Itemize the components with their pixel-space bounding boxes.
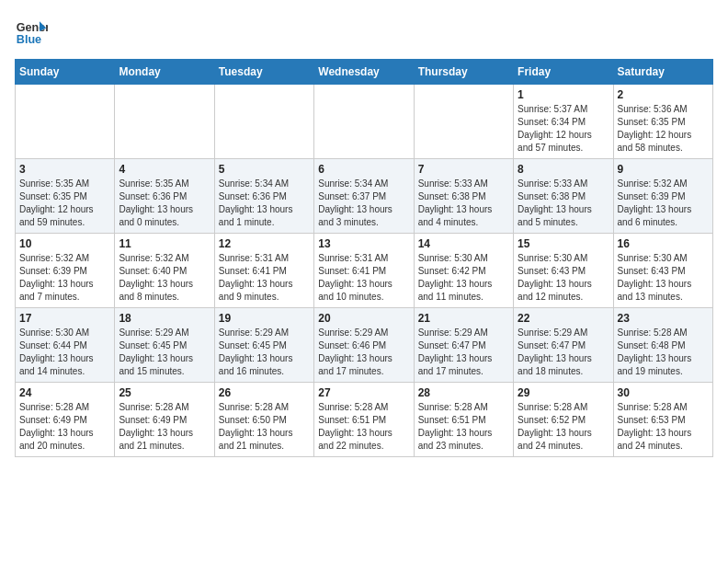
day-info: Sunrise: 5:29 AM Sunset: 6:45 PM Dayligh… [219,327,310,378]
calendar-cell: 6Sunrise: 5:34 AM Sunset: 6:37 PM Daylig… [314,159,414,234]
calendar-header: SundayMondayTuesdayWednesdayThursdayFrid… [16,60,713,85]
day-info: Sunrise: 5:29 AM Sunset: 6:47 PM Dayligh… [518,327,609,378]
day-number: 3 [19,163,110,176]
calendar-cell [214,85,313,159]
calendar-cell: 15Sunrise: 5:30 AM Sunset: 6:43 PM Dayli… [514,234,613,308]
calendar-cell: 13Sunrise: 5:31 AM Sunset: 6:41 PM Dayli… [314,234,414,308]
calendar-cell: 2Sunrise: 5:36 AM Sunset: 6:35 PM Daylig… [613,85,712,159]
col-header-thursday: Thursday [414,60,513,85]
col-header-saturday: Saturday [613,60,712,85]
day-info: Sunrise: 5:32 AM Sunset: 6:40 PM Dayligh… [119,252,210,304]
calendar-cell: 24Sunrise: 5:28 AM Sunset: 6:49 PM Dayli… [16,383,115,457]
day-number: 11 [119,237,210,250]
calendar-table: SundayMondayTuesdayWednesdayThursdayFrid… [15,59,713,457]
day-number: 29 [518,386,609,399]
col-header-monday: Monday [115,60,214,85]
day-number: 10 [19,237,110,250]
day-info: Sunrise: 5:28 AM Sunset: 6:51 PM Dayligh… [318,401,409,453]
col-header-sunday: Sunday [16,60,115,85]
day-info: Sunrise: 5:28 AM Sunset: 6:52 PM Dayligh… [518,401,609,453]
day-number: 15 [518,237,609,250]
day-number: 12 [219,237,310,250]
day-info: Sunrise: 5:34 AM Sunset: 6:36 PM Dayligh… [219,178,310,229]
day-info: Sunrise: 5:31 AM Sunset: 6:41 PM Dayligh… [318,252,409,304]
calendar-cell: 14Sunrise: 5:30 AM Sunset: 6:42 PM Dayli… [414,234,513,308]
day-info: Sunrise: 5:29 AM Sunset: 6:46 PM Dayligh… [318,327,409,378]
day-number: 4 [119,163,210,176]
day-number: 13 [318,237,409,250]
day-number: 8 [518,163,609,176]
day-info: Sunrise: 5:28 AM Sunset: 6:49 PM Dayligh… [19,401,110,453]
day-info: Sunrise: 5:30 AM Sunset: 6:44 PM Dayligh… [19,327,110,378]
day-info: Sunrise: 5:30 AM Sunset: 6:42 PM Dayligh… [418,252,509,304]
calendar-cell: 19Sunrise: 5:29 AM Sunset: 6:45 PM Dayli… [214,308,313,383]
calendar-cell: 29Sunrise: 5:28 AM Sunset: 6:52 PM Dayli… [514,383,613,457]
day-number: 30 [618,386,709,399]
calendar-cell [414,85,513,159]
day-info: Sunrise: 5:34 AM Sunset: 6:37 PM Dayligh… [318,178,409,229]
svg-text:Blue: Blue [17,33,41,46]
calendar-cell: 16Sunrise: 5:30 AM Sunset: 6:43 PM Dayli… [613,234,712,308]
calendar-cell: 23Sunrise: 5:28 AM Sunset: 6:48 PM Dayli… [613,308,712,383]
day-info: Sunrise: 5:28 AM Sunset: 6:51 PM Dayligh… [418,401,509,453]
calendar-cell: 30Sunrise: 5:28 AM Sunset: 6:53 PM Dayli… [613,383,712,457]
day-number: 19 [219,312,310,325]
calendar-week-1: 1Sunrise: 5:37 AM Sunset: 6:34 PM Daylig… [16,85,713,159]
logo: General Blue [15,15,51,48]
calendar-cell: 7Sunrise: 5:33 AM Sunset: 6:38 PM Daylig… [414,159,513,234]
page-header: General Blue [15,15,713,48]
col-header-friday: Friday [514,60,613,85]
day-number: 17 [19,312,110,325]
col-header-wednesday: Wednesday [314,60,414,85]
day-number: 23 [618,312,709,325]
calendar-cell: 26Sunrise: 5:28 AM Sunset: 6:50 PM Dayli… [214,383,313,457]
calendar-week-4: 17Sunrise: 5:30 AM Sunset: 6:44 PM Dayli… [16,308,713,383]
day-info: Sunrise: 5:37 AM Sunset: 6:34 PM Dayligh… [518,103,609,155]
calendar-cell: 21Sunrise: 5:29 AM Sunset: 6:47 PM Dayli… [414,308,513,383]
day-info: Sunrise: 5:28 AM Sunset: 6:49 PM Dayligh… [119,401,210,453]
day-number: 16 [618,237,709,250]
calendar-week-2: 3Sunrise: 5:35 AM Sunset: 6:35 PM Daylig… [16,159,713,234]
calendar-cell [16,85,115,159]
calendar-cell: 5Sunrise: 5:34 AM Sunset: 6:36 PM Daylig… [214,159,313,234]
day-number: 6 [318,163,409,176]
day-number: 14 [418,237,509,250]
calendar-cell: 11Sunrise: 5:32 AM Sunset: 6:40 PM Dayli… [115,234,214,308]
calendar-cell: 10Sunrise: 5:32 AM Sunset: 6:39 PM Dayli… [16,234,115,308]
day-number: 22 [518,312,609,325]
col-header-tuesday: Tuesday [214,60,313,85]
day-number: 24 [19,386,110,399]
day-number: 5 [219,163,310,176]
calendar-cell: 4Sunrise: 5:35 AM Sunset: 6:36 PM Daylig… [115,159,214,234]
day-number: 18 [119,312,210,325]
day-number: 25 [119,386,210,399]
day-info: Sunrise: 5:29 AM Sunset: 6:45 PM Dayligh… [119,327,210,378]
calendar-cell: 1Sunrise: 5:37 AM Sunset: 6:34 PM Daylig… [514,85,613,159]
day-info: Sunrise: 5:33 AM Sunset: 6:38 PM Dayligh… [518,178,609,229]
day-info: Sunrise: 5:29 AM Sunset: 6:47 PM Dayligh… [418,327,509,378]
day-number: 20 [318,312,409,325]
calendar-week-3: 10Sunrise: 5:32 AM Sunset: 6:39 PM Dayli… [16,234,713,308]
day-number: 1 [518,88,609,101]
day-number: 2 [618,88,709,101]
calendar-cell: 8Sunrise: 5:33 AM Sunset: 6:38 PM Daylig… [514,159,613,234]
day-info: Sunrise: 5:32 AM Sunset: 6:39 PM Dayligh… [618,178,709,229]
day-number: 21 [418,312,509,325]
calendar-cell: 9Sunrise: 5:32 AM Sunset: 6:39 PM Daylig… [613,159,712,234]
calendar-cell: 17Sunrise: 5:30 AM Sunset: 6:44 PM Dayli… [16,308,115,383]
calendar-cell: 25Sunrise: 5:28 AM Sunset: 6:49 PM Dayli… [115,383,214,457]
day-info: Sunrise: 5:28 AM Sunset: 6:53 PM Dayligh… [618,401,709,453]
day-info: Sunrise: 5:32 AM Sunset: 6:39 PM Dayligh… [19,252,110,304]
day-info: Sunrise: 5:28 AM Sunset: 6:50 PM Dayligh… [219,401,310,453]
day-info: Sunrise: 5:33 AM Sunset: 6:38 PM Dayligh… [418,178,509,229]
day-info: Sunrise: 5:35 AM Sunset: 6:35 PM Dayligh… [19,178,110,229]
day-info: Sunrise: 5:36 AM Sunset: 6:35 PM Dayligh… [618,103,709,155]
day-info: Sunrise: 5:30 AM Sunset: 6:43 PM Dayligh… [518,252,609,304]
day-number: 28 [418,386,509,399]
day-info: Sunrise: 5:28 AM Sunset: 6:48 PM Dayligh… [618,327,709,378]
day-number: 26 [219,386,310,399]
day-number: 7 [418,163,509,176]
calendar-cell [314,85,414,159]
calendar-cell: 3Sunrise: 5:35 AM Sunset: 6:35 PM Daylig… [16,159,115,234]
calendar-cell [115,85,214,159]
